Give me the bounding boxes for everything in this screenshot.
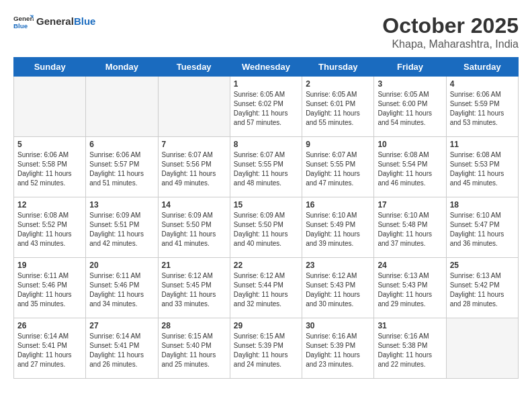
- weekday-header: Tuesday: [158, 58, 230, 77]
- svg-text:Blue: Blue: [13, 22, 28, 30]
- cell-info: Sunrise: 6:15 AMSunset: 5:40 PMDaylight:…: [162, 332, 226, 369]
- day-number: 26: [17, 321, 82, 330]
- weekday-header: Monday: [86, 58, 158, 77]
- calendar-cell: 29Sunrise: 6:15 AMSunset: 5:39 PMDayligh…: [230, 318, 302, 379]
- day-number: 1: [234, 79, 298, 89]
- cell-info: Sunrise: 6:06 AMSunset: 5:57 PMDaylight:…: [89, 150, 154, 188]
- day-number: 14: [162, 200, 226, 210]
- calendar-cell: 22Sunrise: 6:12 AMSunset: 5:44 PMDayligh…: [230, 258, 302, 318]
- calendar-cell: 31Sunrise: 6:16 AMSunset: 5:38 PMDayligh…: [374, 318, 446, 379]
- day-number: 13: [89, 200, 154, 210]
- calendar-cell: 9Sunrise: 6:07 AMSunset: 5:55 PMDaylight…: [302, 137, 374, 197]
- calendar-cell: 7Sunrise: 6:07 AMSunset: 5:56 PMDaylight…: [158, 137, 230, 197]
- day-number: 17: [378, 200, 442, 210]
- day-number: 5: [17, 140, 82, 149]
- calendar-subtitle: Khapa, Maharashtra, India: [382, 38, 519, 50]
- calendar-title: October 2025: [382, 13, 519, 38]
- cell-info: Sunrise: 6:10 AMSunset: 5:48 PMDaylight:…: [378, 211, 442, 248]
- day-number: 6: [89, 140, 154, 149]
- day-number: 22: [234, 261, 298, 270]
- calendar-cell: 12Sunrise: 6:08 AMSunset: 5:52 PMDayligh…: [14, 197, 86, 258]
- calendar-cell: 19Sunrise: 6:11 AMSunset: 5:46 PMDayligh…: [14, 258, 86, 318]
- calendar-cell: 24Sunrise: 6:13 AMSunset: 5:43 PMDayligh…: [374, 258, 446, 318]
- calendar-week-row: 19Sunrise: 6:11 AMSunset: 5:46 PMDayligh…: [14, 258, 519, 318]
- title-block: October 2025 Khapa, Maharashtra, India: [382, 13, 519, 50]
- calendar-week-row: 26Sunrise: 6:14 AMSunset: 5:41 PMDayligh…: [14, 318, 519, 379]
- cell-info: Sunrise: 6:11 AMSunset: 5:46 PMDaylight:…: [89, 271, 154, 309]
- calendar-cell: 14Sunrise: 6:09 AMSunset: 5:50 PMDayligh…: [158, 197, 230, 258]
- day-number: 10: [378, 140, 442, 149]
- calendar-cell: [446, 318, 518, 379]
- page-header: General Blue GeneralBlue October 2025 Kh…: [13, 13, 519, 50]
- day-number: 24: [378, 261, 442, 270]
- calendar-cell: 16Sunrise: 6:10 AMSunset: 5:49 PMDayligh…: [302, 197, 374, 258]
- day-number: 23: [306, 261, 370, 270]
- cell-info: Sunrise: 6:13 AMSunset: 5:42 PMDaylight:…: [450, 271, 515, 309]
- calendar-week-row: 5Sunrise: 6:06 AMSunset: 5:58 PMDaylight…: [14, 137, 519, 197]
- day-number: 2: [306, 79, 370, 89]
- cell-info: Sunrise: 6:09 AMSunset: 5:50 PMDaylight:…: [162, 211, 226, 248]
- calendar-cell: 2Sunrise: 6:05 AMSunset: 6:01 PMDaylight…: [302, 77, 374, 137]
- weekday-header: Thursday: [302, 58, 374, 77]
- calendar-cell: [14, 77, 86, 137]
- day-number: 28: [162, 321, 226, 330]
- cell-info: Sunrise: 6:11 AMSunset: 5:46 PMDaylight:…: [17, 271, 82, 309]
- calendar-cell: 6Sunrise: 6:06 AMSunset: 5:57 PMDaylight…: [86, 137, 158, 197]
- calendar-cell: 1Sunrise: 6:05 AMSunset: 6:02 PMDaylight…: [230, 77, 302, 137]
- calendar-cell: 13Sunrise: 6:09 AMSunset: 5:51 PMDayligh…: [86, 197, 158, 258]
- cell-info: Sunrise: 6:06 AMSunset: 5:58 PMDaylight:…: [17, 150, 82, 188]
- calendar-cell: 8Sunrise: 6:07 AMSunset: 5:55 PMDaylight…: [230, 137, 302, 197]
- weekday-header: Wednesday: [230, 58, 302, 77]
- cell-info: Sunrise: 6:07 AMSunset: 5:56 PMDaylight:…: [162, 150, 226, 188]
- calendar-cell: [158, 77, 230, 137]
- cell-info: Sunrise: 6:15 AMSunset: 5:39 PMDaylight:…: [234, 332, 298, 369]
- cell-info: Sunrise: 6:16 AMSunset: 5:38 PMDaylight:…: [378, 332, 442, 369]
- cell-info: Sunrise: 6:14 AMSunset: 5:41 PMDaylight:…: [17, 332, 82, 369]
- calendar-week-row: 1Sunrise: 6:05 AMSunset: 6:02 PMDaylight…: [14, 77, 519, 137]
- cell-info: Sunrise: 6:12 AMSunset: 5:43 PMDaylight:…: [306, 271, 370, 309]
- day-number: 25: [450, 261, 515, 270]
- calendar-cell: 4Sunrise: 6:06 AMSunset: 5:59 PMDaylight…: [446, 77, 518, 137]
- cell-info: Sunrise: 6:10 AMSunset: 5:49 PMDaylight:…: [306, 211, 370, 248]
- svg-text:General: General: [13, 15, 34, 22]
- day-number: 12: [17, 200, 82, 210]
- calendar-cell: 28Sunrise: 6:15 AMSunset: 5:40 PMDayligh…: [158, 318, 230, 379]
- calendar-cell: 11Sunrise: 6:08 AMSunset: 5:53 PMDayligh…: [446, 137, 518, 197]
- logo: General Blue GeneralBlue: [13, 13, 95, 30]
- weekday-header: Friday: [374, 58, 446, 77]
- cell-info: Sunrise: 6:09 AMSunset: 5:50 PMDaylight:…: [234, 211, 298, 248]
- calendar-cell: 15Sunrise: 6:09 AMSunset: 5:50 PMDayligh…: [230, 197, 302, 258]
- cell-info: Sunrise: 6:08 AMSunset: 5:54 PMDaylight:…: [378, 150, 442, 188]
- cell-info: Sunrise: 6:13 AMSunset: 5:43 PMDaylight:…: [378, 271, 442, 309]
- cell-info: Sunrise: 6:08 AMSunset: 5:52 PMDaylight:…: [17, 211, 82, 248]
- day-number: 9: [306, 140, 370, 149]
- weekday-header-row: SundayMondayTuesdayWednesdayThursdayFrid…: [14, 58, 519, 77]
- cell-info: Sunrise: 6:09 AMSunset: 5:51 PMDaylight:…: [89, 211, 154, 248]
- calendar-cell: 23Sunrise: 6:12 AMSunset: 5:43 PMDayligh…: [302, 258, 374, 318]
- cell-info: Sunrise: 6:16 AMSunset: 5:39 PMDaylight:…: [306, 332, 370, 369]
- cell-info: Sunrise: 6:07 AMSunset: 5:55 PMDaylight:…: [234, 150, 298, 188]
- day-number: 30: [306, 321, 370, 330]
- calendar-week-row: 12Sunrise: 6:08 AMSunset: 5:52 PMDayligh…: [14, 197, 519, 258]
- logo-blue: Blue: [74, 15, 96, 27]
- calendar-cell: 5Sunrise: 6:06 AMSunset: 5:58 PMDaylight…: [14, 137, 86, 197]
- calendar-cell: 3Sunrise: 6:05 AMSunset: 6:00 PMDaylight…: [374, 77, 446, 137]
- day-number: 15: [234, 200, 298, 210]
- day-number: 27: [89, 321, 154, 330]
- cell-info: Sunrise: 6:05 AMSunset: 6:01 PMDaylight:…: [306, 90, 370, 128]
- calendar-cell: 10Sunrise: 6:08 AMSunset: 5:54 PMDayligh…: [374, 137, 446, 197]
- logo-general: General: [36, 15, 74, 27]
- day-number: 31: [378, 321, 442, 330]
- calendar-cell: [86, 77, 158, 137]
- day-number: 18: [450, 200, 515, 210]
- cell-info: Sunrise: 6:10 AMSunset: 5:47 PMDaylight:…: [450, 211, 515, 248]
- day-number: 4: [450, 79, 515, 89]
- day-number: 16: [306, 200, 370, 210]
- weekday-header: Saturday: [446, 58, 518, 77]
- calendar-cell: 18Sunrise: 6:10 AMSunset: 5:47 PMDayligh…: [446, 197, 518, 258]
- cell-info: Sunrise: 6:14 AMSunset: 5:41 PMDaylight:…: [89, 332, 154, 369]
- calendar-cell: 27Sunrise: 6:14 AMSunset: 5:41 PMDayligh…: [86, 318, 158, 379]
- day-number: 11: [450, 140, 515, 149]
- weekday-header: Sunday: [14, 58, 86, 77]
- logo-icon: General Blue: [13, 13, 34, 30]
